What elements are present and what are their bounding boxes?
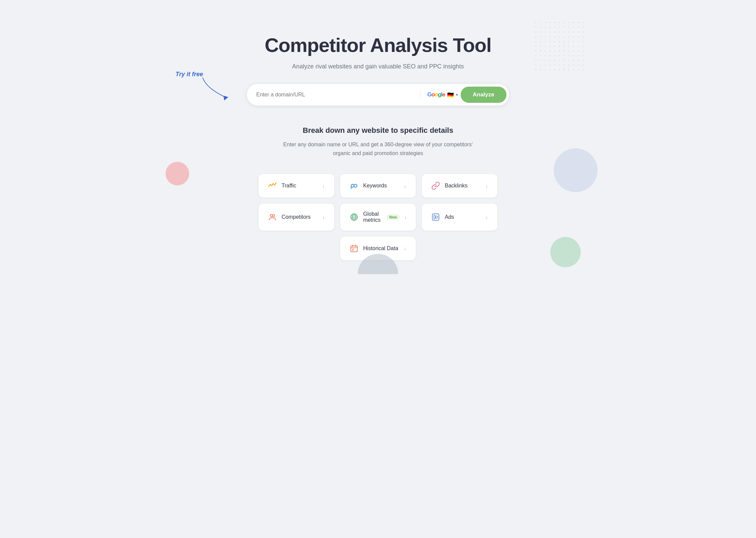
- cards-row-1: Traffic ↓ Keywords ↓ Backlinks: [258, 174, 498, 198]
- card-historical-data-label: Historical Data: [363, 245, 399, 251]
- try-free-container: Try it free: [176, 71, 203, 78]
- card-ads-arrow: ↓: [486, 214, 488, 220]
- svg-point-5: [272, 215, 275, 217]
- card-competitors-label: Competitors: [282, 214, 318, 220]
- page-subtitle: Analyze rival websites and gain valuable…: [169, 63, 587, 70]
- card-historical-data[interactable]: Historical Data ↓: [340, 236, 416, 261]
- card-global-metrics-arrow: ↓: [404, 214, 407, 220]
- card-traffic-label: Traffic: [282, 183, 318, 189]
- svg-marker-0: [224, 96, 228, 100]
- decorative-circle-pink: [166, 162, 189, 185]
- google-logo: Google: [427, 91, 445, 98]
- historical-data-icon: [350, 244, 358, 253]
- svg-point-2: [354, 184, 357, 187]
- card-backlinks[interactable]: Backlinks ↓: [421, 174, 498, 198]
- features-title: Break down any website to specific detai…: [169, 126, 587, 135]
- feature-cards-grid: Traffic ↓ Keywords ↓ Backlinks: [246, 174, 510, 261]
- svg-rect-9: [434, 215, 435, 219]
- search-divider: [420, 91, 420, 99]
- card-global-metrics-label: Global metrics: [363, 211, 381, 223]
- features-subtitle: Enter any domain name or URL and get a 3…: [169, 140, 587, 157]
- new-badge: New: [387, 214, 400, 220]
- try-free-arrow: [196, 74, 230, 101]
- traffic-icon: [268, 181, 277, 190]
- card-keywords-label: Keywords: [363, 183, 399, 189]
- svg-point-10: [436, 216, 438, 218]
- cards-row-3: Historical Data ↓: [340, 236, 416, 261]
- card-global-metrics[interactable]: Global metrics New ↓: [340, 203, 416, 231]
- search-bar: Google 🇩🇪 ▾ Analyze: [246, 84, 510, 106]
- engine-selector[interactable]: Google 🇩🇪 ▾: [425, 90, 461, 99]
- page-title: Competitor Analysis Tool: [169, 34, 587, 56]
- cards-row-2: Competitors ↓ Global metrics New ↓: [258, 203, 498, 231]
- decorative-circle-green: [550, 237, 581, 267]
- card-keywords[interactable]: Keywords ↓: [340, 174, 416, 198]
- chevron-down-icon: ▾: [456, 92, 458, 97]
- card-historical-data-arrow: ↓: [404, 246, 406, 251]
- card-competitors-arrow: ↓: [322, 214, 325, 220]
- keywords-icon: [350, 181, 358, 190]
- card-keywords-arrow: ↓: [404, 183, 406, 188]
- search-input[interactable]: [256, 92, 416, 98]
- backlinks-icon: [431, 181, 440, 190]
- card-competitors[interactable]: Competitors ↓: [258, 203, 335, 231]
- card-traffic[interactable]: Traffic ↓: [258, 174, 335, 198]
- analyze-button[interactable]: Analyze: [461, 87, 506, 103]
- card-backlinks-label: Backlinks: [445, 183, 481, 189]
- svg-rect-11: [351, 246, 357, 252]
- global-metrics-icon: [350, 213, 358, 221]
- competitors-icon: [268, 213, 277, 221]
- card-backlinks-arrow: ↓: [486, 183, 488, 188]
- card-ads-label: Ads: [445, 214, 481, 220]
- svg-point-1: [351, 184, 354, 187]
- card-ads[interactable]: Ads ↓: [421, 203, 498, 231]
- card-traffic-arrow: ↓: [322, 183, 325, 188]
- flag-icon: 🇩🇪: [447, 92, 454, 98]
- ads-icon: [431, 213, 440, 221]
